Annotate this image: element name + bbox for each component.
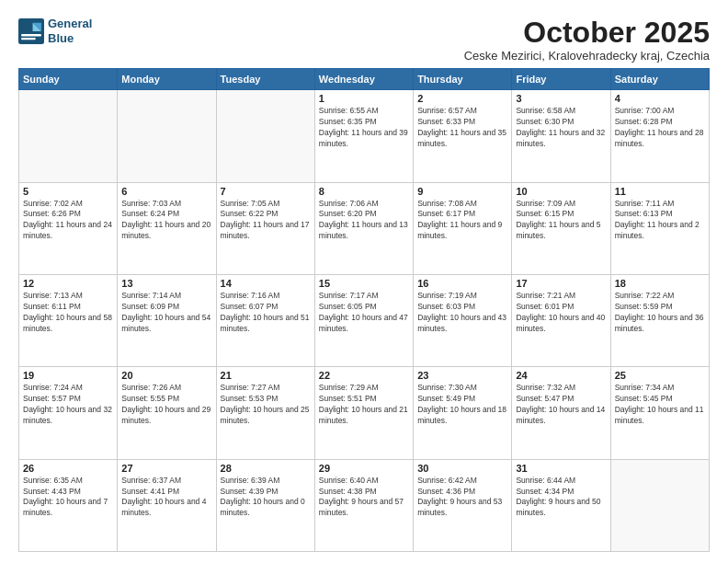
table-row: 31Sunrise: 6:44 AMSunset: 4:34 PMDayligh… bbox=[512, 459, 610, 551]
day-number: 10 bbox=[516, 186, 606, 197]
day-info: Sunrise: 7:00 AMSunset: 6:28 PMDaylight:… bbox=[615, 106, 705, 150]
day-info: Sunrise: 7:26 AMSunset: 5:55 PMDaylight:… bbox=[121, 383, 211, 427]
table-row: 5Sunrise: 7:02 AMSunset: 6:26 PMDaylight… bbox=[19, 182, 118, 274]
day-number: 16 bbox=[417, 278, 507, 289]
calendar-week-3: 12Sunrise: 7:13 AMSunset: 6:11 PMDayligh… bbox=[19, 274, 710, 366]
day-info: Sunrise: 7:19 AMSunset: 6:03 PMDaylight:… bbox=[417, 291, 507, 335]
table-row: 22Sunrise: 7:29 AMSunset: 5:51 PMDayligh… bbox=[314, 367, 413, 459]
day-info: Sunrise: 6:55 AMSunset: 6:35 PMDaylight:… bbox=[319, 106, 409, 150]
day-number: 5 bbox=[23, 186, 113, 197]
day-info: Sunrise: 7:05 AMSunset: 6:22 PMDaylight:… bbox=[221, 199, 311, 243]
table-row: 2Sunrise: 6:57 AMSunset: 6:33 PMDaylight… bbox=[414, 90, 512, 182]
calendar-week-2: 5Sunrise: 7:02 AMSunset: 6:26 PMDaylight… bbox=[19, 182, 710, 274]
day-number: 29 bbox=[319, 463, 409, 474]
header-friday: Friday bbox=[512, 69, 610, 90]
table-row: 20Sunrise: 7:26 AMSunset: 5:55 PMDayligh… bbox=[118, 367, 216, 459]
day-info: Sunrise: 7:08 AMSunset: 6:17 PMDaylight:… bbox=[417, 199, 507, 243]
day-number: 27 bbox=[121, 463, 211, 474]
day-info: Sunrise: 7:13 AMSunset: 6:11 PMDaylight:… bbox=[23, 291, 113, 335]
table-row: 13Sunrise: 7:14 AMSunset: 6:09 PMDayligh… bbox=[118, 274, 216, 366]
day-info: Sunrise: 6:35 AMSunset: 4:43 PMDaylight:… bbox=[23, 476, 113, 520]
day-info: Sunrise: 7:30 AMSunset: 5:49 PMDaylight:… bbox=[417, 383, 507, 427]
day-number: 30 bbox=[417, 463, 507, 474]
day-info: Sunrise: 7:09 AMSunset: 6:15 PMDaylight:… bbox=[516, 199, 606, 243]
header-saturday: Saturday bbox=[610, 69, 709, 90]
calendar-week-4: 19Sunrise: 7:24 AMSunset: 5:57 PMDayligh… bbox=[19, 367, 710, 459]
header-sunday: Sunday bbox=[19, 69, 118, 90]
title-month: October 2025 bbox=[464, 17, 710, 49]
table-row: 3Sunrise: 6:58 AMSunset: 6:30 PMDaylight… bbox=[512, 90, 610, 182]
header-tuesday: Tuesday bbox=[216, 69, 314, 90]
table-row: 12Sunrise: 7:13 AMSunset: 6:11 PMDayligh… bbox=[19, 274, 118, 366]
day-number: 6 bbox=[121, 186, 211, 197]
table-row: 25Sunrise: 7:34 AMSunset: 5:45 PMDayligh… bbox=[610, 367, 709, 459]
table-row: 10Sunrise: 7:09 AMSunset: 6:15 PMDayligh… bbox=[512, 182, 610, 274]
table-row: 6Sunrise: 7:03 AMSunset: 6:24 PMDaylight… bbox=[118, 182, 216, 274]
day-number: 14 bbox=[221, 278, 311, 289]
logo-icon bbox=[18, 18, 44, 44]
day-info: Sunrise: 6:42 AMSunset: 4:36 PMDaylight:… bbox=[417, 476, 507, 520]
day-number: 28 bbox=[221, 463, 311, 474]
day-info: Sunrise: 7:34 AMSunset: 5:45 PMDaylight:… bbox=[615, 383, 705, 427]
table-row bbox=[610, 459, 709, 551]
day-number: 8 bbox=[319, 186, 409, 197]
day-info: Sunrise: 7:29 AMSunset: 5:51 PMDaylight:… bbox=[319, 383, 409, 427]
table-row bbox=[118, 90, 216, 182]
table-row: 15Sunrise: 7:17 AMSunset: 6:05 PMDayligh… bbox=[314, 274, 413, 366]
day-number: 2 bbox=[417, 93, 507, 104]
table-row: 1Sunrise: 6:55 AMSunset: 6:35 PMDaylight… bbox=[314, 90, 413, 182]
calendar-table: Sunday Monday Tuesday Wednesday Thursday… bbox=[18, 68, 710, 552]
table-row: 4Sunrise: 7:00 AMSunset: 6:28 PMDaylight… bbox=[610, 90, 709, 182]
day-number: 11 bbox=[615, 186, 705, 197]
table-row: 11Sunrise: 7:11 AMSunset: 6:13 PMDayligh… bbox=[610, 182, 709, 274]
logo: General Blue bbox=[18, 17, 92, 45]
table-row: 7Sunrise: 7:05 AMSunset: 6:22 PMDaylight… bbox=[216, 182, 314, 274]
day-number: 12 bbox=[23, 278, 113, 289]
day-number: 31 bbox=[516, 463, 606, 474]
day-info: Sunrise: 7:24 AMSunset: 5:57 PMDaylight:… bbox=[23, 383, 113, 427]
table-row: 17Sunrise: 7:21 AMSunset: 6:01 PMDayligh… bbox=[512, 274, 610, 366]
day-number: 9 bbox=[417, 186, 507, 197]
svg-rect-4 bbox=[21, 38, 36, 40]
table-row: 19Sunrise: 7:24 AMSunset: 5:57 PMDayligh… bbox=[19, 367, 118, 459]
day-number: 1 bbox=[319, 93, 409, 104]
day-info: Sunrise: 6:37 AMSunset: 4:41 PMDaylight:… bbox=[121, 476, 211, 520]
day-number: 13 bbox=[121, 278, 211, 289]
day-info: Sunrise: 7:27 AMSunset: 5:53 PMDaylight:… bbox=[221, 383, 311, 427]
table-row: 9Sunrise: 7:08 AMSunset: 6:17 PMDaylight… bbox=[414, 182, 512, 274]
table-row: 30Sunrise: 6:42 AMSunset: 4:36 PMDayligh… bbox=[414, 459, 512, 551]
table-row: 24Sunrise: 7:32 AMSunset: 5:47 PMDayligh… bbox=[512, 367, 610, 459]
table-row: 23Sunrise: 7:30 AMSunset: 5:49 PMDayligh… bbox=[414, 367, 512, 459]
day-info: Sunrise: 7:03 AMSunset: 6:24 PMDaylight:… bbox=[121, 199, 211, 243]
day-number: 20 bbox=[121, 370, 211, 381]
day-info: Sunrise: 7:14 AMSunset: 6:09 PMDaylight:… bbox=[121, 291, 211, 335]
day-number: 17 bbox=[516, 278, 606, 289]
day-info: Sunrise: 7:22 AMSunset: 5:59 PMDaylight:… bbox=[615, 291, 705, 335]
header-thursday: Thursday bbox=[414, 69, 512, 90]
table-row bbox=[19, 90, 118, 182]
day-info: Sunrise: 7:21 AMSunset: 6:01 PMDaylight:… bbox=[516, 291, 606, 335]
header: General Blue October 2025 Ceske Mezirici… bbox=[18, 17, 710, 63]
page: General Blue October 2025 Ceske Mezirici… bbox=[0, 0, 728, 563]
day-number: 7 bbox=[221, 186, 311, 197]
table-row: 16Sunrise: 7:19 AMSunset: 6:03 PMDayligh… bbox=[414, 274, 512, 366]
table-row: 28Sunrise: 6:39 AMSunset: 4:39 PMDayligh… bbox=[216, 459, 314, 551]
day-info: Sunrise: 6:39 AMSunset: 4:39 PMDaylight:… bbox=[221, 476, 311, 520]
calendar-week-1: 1Sunrise: 6:55 AMSunset: 6:35 PMDaylight… bbox=[19, 90, 710, 182]
day-info: Sunrise: 7:16 AMSunset: 6:07 PMDaylight:… bbox=[221, 291, 311, 335]
day-info: Sunrise: 6:58 AMSunset: 6:30 PMDaylight:… bbox=[516, 106, 606, 150]
day-number: 22 bbox=[319, 370, 409, 381]
day-info: Sunrise: 7:06 AMSunset: 6:20 PMDaylight:… bbox=[319, 199, 409, 243]
day-number: 23 bbox=[417, 370, 507, 381]
table-row: 18Sunrise: 7:22 AMSunset: 5:59 PMDayligh… bbox=[610, 274, 709, 366]
day-info: Sunrise: 6:40 AMSunset: 4:38 PMDaylight:… bbox=[319, 476, 409, 520]
svg-rect-3 bbox=[21, 34, 41, 36]
day-number: 18 bbox=[615, 278, 705, 289]
day-number: 15 bbox=[319, 278, 409, 289]
table-row: 8Sunrise: 7:06 AMSunset: 6:20 PMDaylight… bbox=[314, 182, 413, 274]
day-info: Sunrise: 7:17 AMSunset: 6:05 PMDaylight:… bbox=[319, 291, 409, 335]
day-number: 25 bbox=[615, 370, 705, 381]
day-number: 26 bbox=[23, 463, 113, 474]
calendar-week-5: 26Sunrise: 6:35 AMSunset: 4:43 PMDayligh… bbox=[19, 459, 710, 551]
table-row: 29Sunrise: 6:40 AMSunset: 4:38 PMDayligh… bbox=[314, 459, 413, 551]
